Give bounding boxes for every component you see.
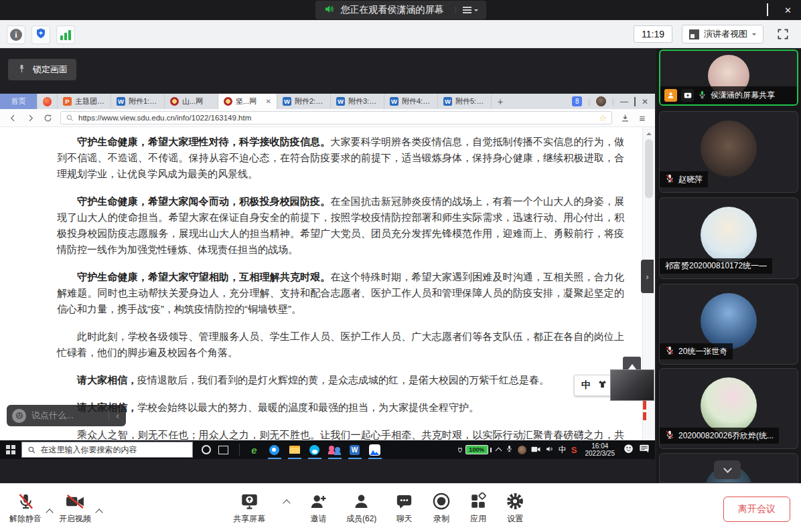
- browser-menu-button[interactable]: ≡: [635, 110, 650, 125]
- word-icon[interactable]: W: [345, 440, 365, 459]
- leave-meeting-button[interactable]: 离开会议: [723, 497, 790, 522]
- chat-button[interactable]: 聊天: [395, 491, 413, 525]
- chat-label: 聊天: [396, 513, 413, 525]
- video-options-chevron[interactable]: [95, 509, 102, 516]
- emoji-icon[interactable]: [12, 409, 26, 423]
- tray-app-icon[interactable]: [518, 446, 526, 454]
- notification-icon[interactable]: [639, 444, 650, 456]
- watching-banner[interactable]: 您正在观看侯潇涵的屏幕: [315, 1, 486, 19]
- tab-sdu-site[interactable]: 山...网: [165, 94, 218, 109]
- tray-mic-icon[interactable]: [506, 444, 513, 456]
- tab-close-button[interactable]: ✕: [266, 98, 271, 105]
- window-close-button[interactable]: ✕: [784, 6, 792, 15]
- tab-count-badge[interactable]: 8: [572, 96, 582, 106]
- ie-icon[interactable]: e: [244, 440, 265, 459]
- participant-tile[interactable]: 祁富赟202000810172统一—: [659, 197, 798, 279]
- chat-overlay[interactable]: 说点什么... ‹: [7, 405, 126, 426]
- audio-options-chevron[interactable]: [46, 509, 53, 516]
- profile-avatar[interactable]: [596, 96, 606, 106]
- browser-logo-tab[interactable]: [38, 94, 58, 109]
- window-maximize-button[interactable]: [767, 4, 768, 16]
- back-button[interactable]: [5, 110, 20, 125]
- tab-active-article[interactable]: 坚...网 ✕: [218, 94, 277, 109]
- browser-logo-icon: [43, 97, 52, 106]
- tab-attachment-1[interactable]: W 附件1: 疫: [111, 94, 165, 109]
- tab-home[interactable]: 首页: [0, 94, 38, 109]
- task-view-button[interactable]: [218, 446, 228, 454]
- forward-button[interactable]: [23, 110, 38, 125]
- fullscreen-button[interactable]: [773, 24, 793, 44]
- article-paragraph: 守护生命健康，希望大家守望相助，互相理解共克时艰。在这个特殊时期，希望大家遇到困…: [57, 269, 624, 317]
- browser-close-button[interactable]: ✕: [642, 97, 648, 106]
- participant-label: 赵晓萍: [660, 171, 708, 187]
- clock-time: 16:04: [585, 442, 615, 450]
- sogou-icon[interactable]: S: [571, 445, 577, 455]
- tray-camera-icon[interactable]: [531, 444, 540, 456]
- ime-indicator[interactable]: 中: [559, 444, 567, 456]
- record-button[interactable]: 录制: [432, 491, 451, 525]
- apps-label: 应用: [470, 513, 486, 525]
- share-screen-button[interactable]: 共享屏幕: [233, 491, 265, 525]
- start-button[interactable]: [0, 440, 21, 459]
- security-button[interactable]: [31, 25, 50, 44]
- apps-button[interactable]: 应用: [469, 491, 487, 525]
- tim-icon[interactable]: [265, 440, 285, 459]
- sidebar-collapse-handle[interactable]: ›: [641, 260, 654, 293]
- participant-tile-sharing[interactable]: 侯潇涵的屏幕共享: [659, 50, 798, 106]
- unmute-button[interactable]: 解除静音: [9, 491, 42, 525]
- banner-menu-button[interactable]: [455, 7, 478, 13]
- lock-view-button[interactable]: 锁定画面: [8, 59, 76, 80]
- view-mode-button[interactable]: 演讲者视图: [682, 25, 763, 43]
- taskbar-clock[interactable]: 16:04 2022/3/25: [585, 442, 615, 458]
- invite-button[interactable]: 邀请: [309, 491, 327, 525]
- file-explorer-icon[interactable]: [285, 440, 305, 459]
- plug-icon: [457, 446, 463, 454]
- taskbar-search-box[interactable]: 在这里输入你要搜索的内容: [21, 442, 193, 458]
- tab-theme-day[interactable]: P 主题团日活...: [58, 94, 111, 109]
- avatar: [701, 120, 757, 177]
- meeting-info-button[interactable]: i: [7, 25, 25, 44]
- pip-thumbnail[interactable]: [610, 369, 654, 401]
- settings-button[interactable]: 设置: [506, 491, 524, 525]
- tab-attachment-3[interactable]: W 附件3: 校: [331, 94, 384, 109]
- participant-tile[interactable]: 202000820026乔欣烨(统...: [659, 368, 798, 449]
- browser-restore-button[interactable]: [634, 98, 636, 106]
- participant-tile[interactable]: 赵晓萍: [659, 111, 798, 193]
- collapse-chat-button[interactable]: ‹: [115, 410, 121, 421]
- screen-share-badge-icon: [681, 89, 694, 102]
- tray-speaker-icon[interactable]: [545, 444, 554, 456]
- ppt-file-icon: P: [63, 97, 72, 106]
- tray-expand-chevron[interactable]: [495, 448, 502, 454]
- tab-attachment-5[interactable]: W 附件5: 严: [438, 94, 492, 109]
- members-button[interactable]: 成员(62): [346, 491, 376, 525]
- more-participants-button[interactable]: [714, 460, 741, 479]
- url-box[interactable]: https://www.view.sdu.edu.cn/info/1022/16…: [60, 111, 612, 124]
- qq-icon[interactable]: [305, 440, 325, 459]
- cortana-button[interactable]: [202, 445, 211, 454]
- windows-taskbar: 在这里输入你要搜索的内容 e W: [0, 440, 655, 459]
- new-tab-button[interactable]: +: [492, 94, 509, 109]
- up-arrow-icon: [628, 360, 636, 369]
- translate-widget[interactable]: 中: [574, 375, 615, 396]
- refresh-button[interactable]: [40, 110, 55, 125]
- article-paragraph: 乘众人之智，则无不任也；用众人之力，则无不胜也。让我们一起心手相牵、共克时艰，以…: [57, 427, 624, 440]
- tencent-meeting-icon[interactable]: [365, 440, 385, 459]
- scrollbar-thumb[interactable]: [645, 139, 653, 198]
- tab-attachment-2[interactable]: W 附件2: 疫: [277, 94, 331, 109]
- participant-tile[interactable]: 20统一张世奇: [659, 284, 798, 365]
- chat-input-placeholder[interactable]: 说点什么...: [31, 410, 103, 422]
- scroll-up-arrow[interactable]: [646, 130, 652, 135]
- browser-minimize-button[interactable]: —: [620, 97, 628, 106]
- apps-icon: [469, 491, 487, 511]
- start-video-button[interactable]: 开启视频: [59, 491, 91, 525]
- tab-attachment-4[interactable]: W 附件4: 反: [384, 94, 438, 109]
- contacts-app-icon[interactable]: [325, 440, 345, 459]
- bookmark-star-button[interactable]: ☆: [599, 113, 607, 123]
- battery-indicator[interactable]: 100%: [457, 445, 492, 454]
- sticker-icon[interactable]: [623, 443, 634, 457]
- pin-icon: [17, 64, 27, 76]
- share-options-chevron[interactable]: [283, 499, 290, 507]
- download-button[interactable]: [617, 110, 632, 125]
- caret-down-icon: [752, 33, 756, 37]
- network-quality-button[interactable]: [56, 25, 75, 44]
